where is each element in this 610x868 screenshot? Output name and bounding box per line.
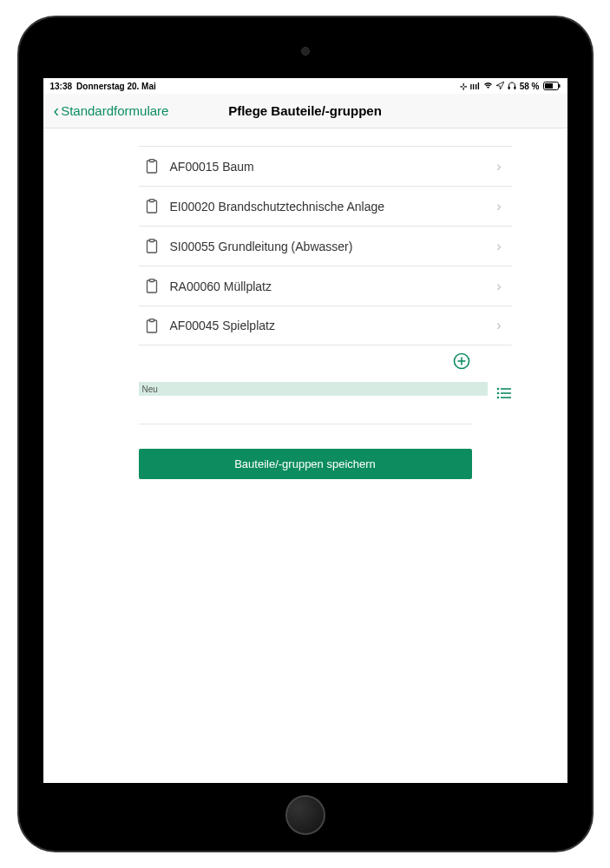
list-menu-button[interactable]	[496, 387, 512, 403]
list-item[interactable]: RA00060 Müllplatz ›	[139, 266, 512, 306]
chevron-left-icon: ‹	[54, 101, 60, 121]
back-button[interactable]: ‹ Standardformulare	[54, 101, 169, 121]
content-area: AF00015 Baum › EI00020 Brandschutztechni…	[43, 146, 567, 479]
svg-rect-2	[559, 84, 561, 88]
item-label: AF00045 Spielplatz	[170, 319, 497, 332]
svg-point-16	[496, 388, 499, 391]
home-button[interactable]	[285, 795, 325, 835]
svg-rect-10	[149, 279, 154, 282]
action-icons-row	[43, 352, 470, 370]
chevron-right-icon: ›	[496, 239, 501, 254]
new-section: Neu	[139, 375, 512, 403]
new-input-bar[interactable]: Neu	[139, 382, 488, 396]
add-button[interactable]	[453, 352, 470, 370]
camera-dot	[301, 47, 310, 56]
clipboard-icon	[146, 319, 158, 333]
clipboard-icon	[146, 199, 158, 214]
status-bar: 13:38 Donnerstag 20. Mai ⊹ ıııl 58 %	[43, 78, 567, 94]
svg-rect-21	[501, 397, 511, 398]
status-time: 13:38	[50, 82, 73, 91]
list-item[interactable]: AF00045 Spielplatz ›	[139, 306, 512, 345]
svg-rect-6	[149, 200, 154, 202]
chevron-right-icon: ›	[496, 318, 501, 333]
svg-rect-19	[501, 392, 511, 394]
svg-rect-1	[545, 83, 553, 89]
save-button[interactable]: Bauteile/-gruppen speichern	[139, 449, 472, 479]
list-item[interactable]: AF00015 Baum ›	[139, 146, 512, 186]
nav-header: ‹ Standardformulare Pflege Bauteile/-gru…	[43, 94, 567, 128]
screen: 13:38 Donnerstag 20. Mai ⊹ ıııl 58 %	[43, 78, 567, 783]
save-button-label: Bauteile/-gruppen speichern	[234, 457, 376, 470]
clipboard-icon	[146, 279, 158, 293]
svg-point-18	[496, 392, 499, 395]
clipboard-icon	[146, 239, 158, 253]
chevron-right-icon: ›	[496, 159, 501, 174]
svg-point-20	[496, 397, 499, 399]
divider	[139, 424, 472, 424]
ipad-device-frame: 13:38 Donnerstag 20. Mai ⊹ ıııl 58 %	[19, 17, 592, 851]
status-date: Donnerstag 20. Mai	[76, 82, 156, 91]
clipboard-icon	[146, 159, 158, 174]
svg-rect-12	[149, 319, 154, 321]
status-right: ⊹ ıııl 58 %	[460, 82, 561, 91]
chevron-right-icon: ›	[496, 199, 501, 214]
nav-cross-icon: ⊹	[460, 82, 467, 91]
item-label: AF00015 Baum	[170, 160, 497, 174]
new-label: Neu	[142, 385, 158, 394]
wifi-icon	[483, 82, 493, 91]
chevron-right-icon: ›	[496, 279, 501, 294]
signal-bars-icon: ıııl	[470, 82, 480, 91]
battery-text: 58 %	[520, 82, 540, 91]
list-item[interactable]: SI00055 Grundleitung (Abwasser) ›	[139, 226, 512, 266]
svg-rect-8	[149, 240, 154, 242]
svg-rect-17	[501, 388, 511, 390]
back-label: Standardformulare	[61, 103, 168, 118]
list-item[interactable]: EI00020 Brandschutztechnische Anlage ›	[139, 186, 512, 226]
items-list: AF00015 Baum › EI00020 Brandschutztechni…	[139, 146, 512, 345]
item-label: RA00060 Müllplatz	[170, 279, 497, 293]
status-left: 13:38 Donnerstag 20. Mai	[50, 82, 156, 91]
item-label: SI00055 Grundleitung (Abwasser)	[170, 240, 497, 253]
svg-rect-4	[149, 160, 154, 162]
item-label: EI00020 Brandschutztechnische Anlage	[170, 200, 497, 214]
location-icon	[496, 82, 504, 91]
page-title: Pflege Bauteile/-gruppen	[228, 103, 382, 118]
headphones-icon	[508, 82, 516, 91]
battery-icon	[543, 82, 561, 90]
